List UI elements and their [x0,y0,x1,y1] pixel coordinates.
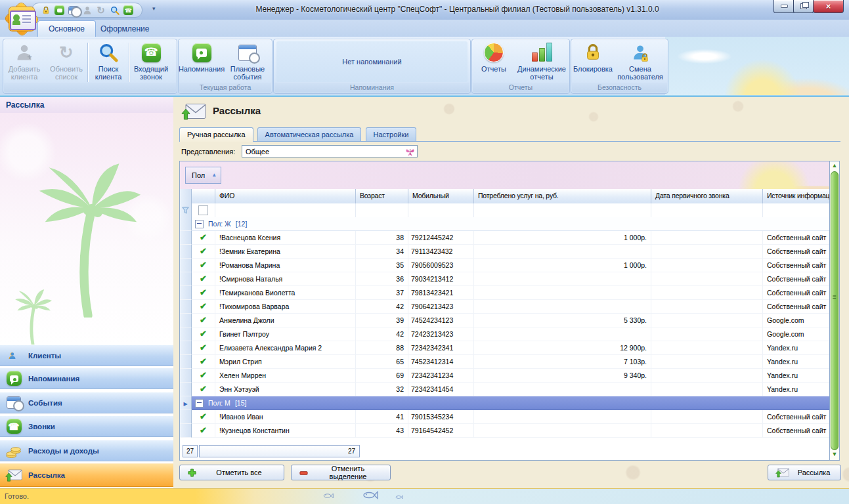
table-row[interactable]: ✔Анжелина Джоли39745242341235 330р.Googl… [180,314,830,327]
row-check-icon[interactable]: ✔ [192,369,215,383]
column-header-age[interactable]: Возраст [356,189,408,203]
column-header-spent[interactable]: Потреблено услуг на, руб. [474,189,651,203]
clear-selection-button[interactable]: Отменить выделение [291,465,391,480]
collapse-icon[interactable] [195,220,204,228]
column-header-first-call[interactable]: Дата первичного звонка [651,189,763,203]
cell-mobile: 74524234123 [408,314,474,327]
cell-age: 43 [356,424,408,438]
collapse-icon[interactable] [195,399,204,408]
filter-cell[interactable] [215,203,356,217]
reminders-button[interactable]: Напоминания [179,41,225,73]
tab-main[interactable]: Основное [37,20,96,37]
group-by-column-button[interactable]: Пол ▲ [185,167,221,184]
column-header-mobile[interactable]: Мобильный [408,189,474,203]
table-row[interactable]: ✔!Темирканова Виолетта3779813423421Собст… [180,286,830,300]
row-check-icon[interactable]: ✔ [192,327,215,341]
column-header-source[interactable]: Источник информации [763,189,830,203]
reminders-icon[interactable] [54,5,65,16]
tab-auto-mailing[interactable]: Автоматическая рассылка [257,127,362,141]
butterfly-icon[interactable] [405,147,415,157]
app-icon[interactable] [5,3,39,35]
sidebar-item-clients[interactable]: Клиенты [0,345,173,366]
row-check-icon[interactable]: ✔ [192,341,215,355]
planned-events-button[interactable]: Плановые события [225,41,271,81]
table-row[interactable]: ✔!Васнецова Ксения38792124452421 000р.Со… [180,231,830,245]
table-row[interactable]: ✔Елизавета Александра Мария 288723423423… [180,341,830,355]
lock-icon[interactable] [40,5,51,16]
tab-manual-mailing[interactable]: Ручная рассылка [179,127,253,142]
table-row[interactable]: ✔!Иванов Иван4179015345234Собственный са… [180,410,830,424]
row-check-icon[interactable]: ✔ [192,314,215,327]
sidebar-item-mailing[interactable]: Рассылка [0,463,173,487]
row-check-icon[interactable]: ✔ [192,231,215,245]
minimize-button[interactable] [773,0,795,13]
reports-button[interactable]: Отчеты [472,41,515,73]
filter-cell[interactable] [763,203,830,217]
row-check-icon[interactable]: ✔ [192,272,215,286]
table-row[interactable]: ✔Энн Хэтэуэй3272342341454Yandex.ru [180,383,830,396]
row-check-icon[interactable]: ✔ [192,355,215,369]
close-button[interactable]: × [813,0,844,13]
events-icon[interactable] [68,5,79,16]
group-row[interactable]: Пол: Ж[12] [180,217,830,231]
client-icon[interactable] [81,5,93,16]
lock-button[interactable]: Блокировка [571,41,615,73]
sidebar-item-calls[interactable]: ☎ Звонки [0,415,173,437]
table-row[interactable]: ✔Гвинет Пэлтроу4272423213423Google.com [180,327,830,341]
mailing-icon [776,467,789,478]
qat-customize-icon[interactable]: ▾ [152,5,156,12]
row-check-icon[interactable]: ✔ [192,259,215,272]
table-row[interactable]: ✔!Смирнова Наталья3679034213412Собственн… [180,272,830,286]
search-client-button[interactable]: Поиск клиента [88,41,129,81]
cell-mobile: 79064213423 [408,300,474,314]
cell-source: Собственный сайт [763,410,830,424]
cell-source: Yandex.ru [763,369,830,383]
tab-design[interactable]: Оформление [90,21,160,37]
table-row[interactable]: ✔Мэрил Стрип65745234123147 103р.Yandex.r… [180,355,830,369]
grouping-panel[interactable]: Пол ▲ [180,161,830,190]
row-check-icon[interactable]: ✔ [192,300,215,314]
cell-age: 36 [356,272,408,286]
scrollbar-thumb[interactable] [831,171,838,450]
table-row[interactable]: ✔!Тихомирова Варвара4279064213423Собстве… [180,300,830,314]
sidebar-item-finance[interactable]: Расходы и доходы [0,440,173,461]
sidebar-item-reminders[interactable]: Напоминания [0,368,173,389]
row-check-icon[interactable]: ✔ [192,286,215,300]
filter-cell[interactable] [356,203,408,217]
filter-checkbox[interactable] [192,203,215,217]
search-icon[interactable] [109,5,120,16]
sidebar-item-events[interactable]: События [0,392,173,413]
table-row[interactable]: ✔Хелен Миррен69723423412349 340р.Yandex.… [180,369,830,383]
header-check-cell[interactable] [192,189,215,203]
vertical-scrollbar[interactable]: ▲ ▼ [829,161,839,460]
group-header[interactable]: Пол: Ж[12] [192,217,830,231]
row-check-icon[interactable]: ✔ [192,410,215,424]
row-indicator [180,300,192,314]
views-combobox[interactable]: Общее [242,145,418,158]
table-row[interactable]: ✔!Земник Екатерина3479113423432Собственн… [180,245,830,259]
filter-icon[interactable] [180,203,192,217]
tab-settings[interactable]: Настройки [366,127,417,141]
row-check-icon[interactable]: ✔ [192,383,215,396]
column-header-fio[interactable]: ФИО [215,189,356,203]
change-user-button[interactable]: Смена пользователя [615,41,666,81]
filter-cell[interactable] [474,203,651,217]
table-row[interactable]: ✔!Кузнецов Константин4379164542452Собств… [180,424,830,438]
phone-icon[interactable]: ☎ [123,5,134,16]
scroll-down-icon[interactable]: ▼ [830,451,839,459]
dynamic-reports-button[interactable]: Динамические отчеты [515,41,568,81]
filter-cell[interactable] [651,203,763,217]
send-mailing-button[interactable]: Рассылка [768,465,841,480]
select-all-button[interactable]: Отметить все [179,465,284,480]
restore-button[interactable] [793,0,814,13]
row-check-icon[interactable]: ✔ [192,424,215,438]
scroll-up-icon[interactable]: ▲ [830,162,839,171]
filter-cell[interactable] [408,203,474,217]
row-check-icon[interactable]: ✔ [192,245,215,259]
group-header[interactable]: Пол: М[15] [192,396,830,410]
group-row[interactable]: ▶Пол: М[15] [180,396,830,410]
incoming-call-button[interactable]: ☎ Входящий звонок [129,41,173,81]
coins-icon [6,443,22,459]
table-row[interactable]: ✔!Романова Марина35790560095231 000р.Соб… [180,259,830,272]
refresh-icon[interactable]: ↻ [95,5,106,16]
